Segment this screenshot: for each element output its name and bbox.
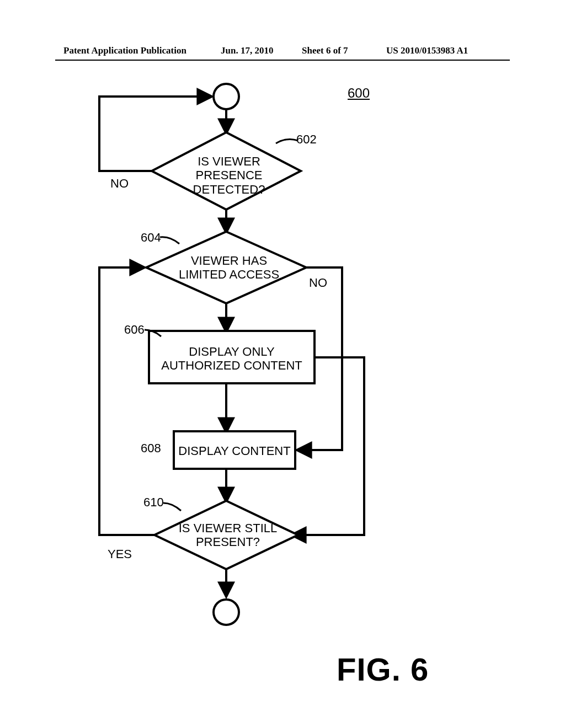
ref-608: 608 — [141, 441, 161, 456]
process-608-text: DISPLAY CONTENT — [177, 444, 292, 458]
header-date: Jun. 17, 2010 — [221, 45, 273, 56]
decision-604-text: VIEWER HAS LIMITED ACCESS — [177, 254, 281, 282]
figure-caption: FIG. 6 — [337, 651, 429, 688]
end-node — [214, 599, 239, 625]
header-rule — [55, 60, 510, 61]
ref-610: 610 — [143, 495, 164, 510]
start-node — [214, 84, 239, 109]
ref-606: 606 — [124, 323, 145, 337]
ref-604: 604 — [141, 231, 161, 245]
label-no-602: NO — [110, 176, 129, 191]
process-606-text: DISPLAY ONLY AUTHORIZED CONTENT — [154, 345, 309, 373]
header-number: US 2010/0153983 A1 — [386, 45, 468, 56]
page: Patent Application Publication Jun. 17, … — [0, 0, 565, 728]
label-yes-610: YES — [108, 547, 132, 561]
header-publication: Patent Application Publication — [63, 45, 186, 56]
decision-602-text: IS VIEWER PRESENCE DETECTED? — [185, 154, 273, 196]
ref-602: 602 — [296, 132, 317, 147]
header-sheet: Sheet 6 of 7 — [302, 45, 348, 56]
label-no-604: NO — [309, 276, 327, 290]
decision-610-text: IS VIEWER STILL PRESENT? — [175, 521, 280, 549]
